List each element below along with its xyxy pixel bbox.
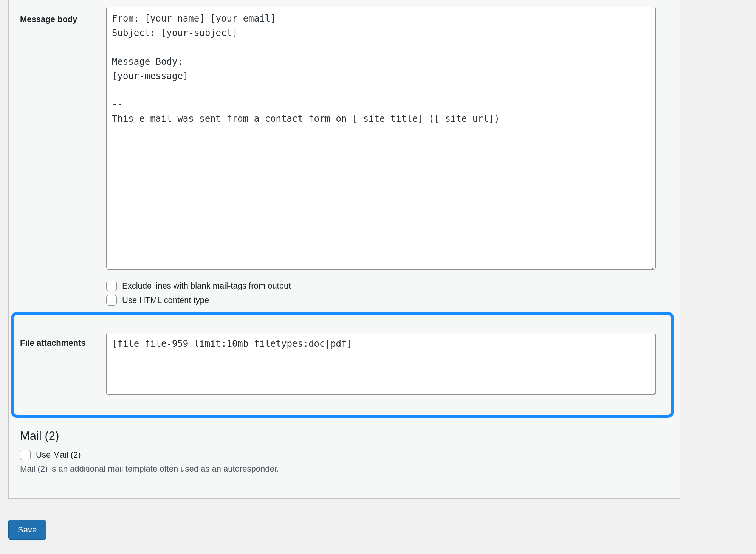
exclude-blank-label: Exclude lines with blank mail-tags from … [122,281,291,291]
use-html-label: Use HTML content type [122,295,209,305]
message-body-row: Message body Exclude lines with blank ma… [9,0,680,306]
mail-2-section: Mail (2) Use Mail (2) Mail (2) is an add… [20,429,668,474]
use-mail-2-row: Use Mail (2) [20,450,668,460]
file-attachments-row: File attachments [20,333,670,397]
file-attachments-textarea[interactable] [106,333,656,395]
use-html-row: Use HTML content type [106,295,670,306]
message-body-textarea[interactable] [106,7,656,270]
use-mail-2-checkbox[interactable] [20,450,31,460]
use-html-checkbox[interactable] [106,295,117,306]
file-attachments-label: File attachments [20,333,106,397]
save-button[interactable]: Save [8,520,46,540]
mail-2-description: Mail (2) is an additional mail template … [20,464,668,474]
mail-settings-panel: Message body Exclude lines with blank ma… [8,0,680,499]
mail-2-heading: Mail (2) [20,429,668,443]
exclude-blank-checkbox[interactable] [106,281,117,291]
exclude-blank-row: Exclude lines with blank mail-tags from … [106,281,670,291]
use-mail-2-label: Use Mail (2) [36,450,81,460]
message-body-label: Message body [20,7,106,25]
